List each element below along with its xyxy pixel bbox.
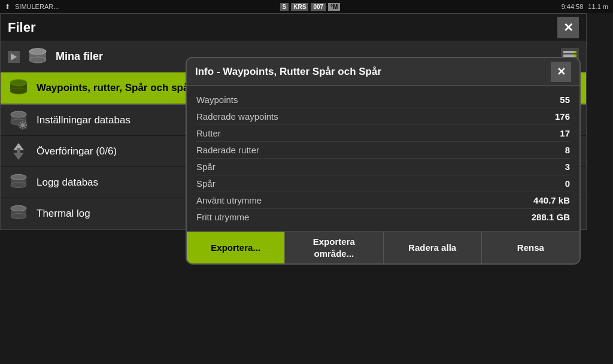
overforingar-label: Överföringar (0/6) [37,145,117,157]
svg-marker-27 [13,153,24,160]
installningar-label: Inställningar databas [37,114,131,126]
status-bar-center: S KRS 007 °M [280,3,341,11]
logg-db-icon [8,172,29,193]
num-badge: 007 [311,3,326,11]
simulerar-label: SIMULERAR... [15,3,59,10]
thermal-db-icon [8,203,29,225]
svg-rect-9 [574,54,576,57]
spar1-value: 3 [565,162,570,172]
info-dialog: Info - Waypoints, Rutter Spår och Spår ✕… [186,57,581,265]
info-row-spar1: Spår 3 [196,159,570,175]
svg-point-4 [29,48,46,54]
krs-badge: KRS [291,3,308,11]
info-row-raderade-rutter: Raderade rutter 8 [196,142,570,159]
spar1-label: Spår [196,162,216,172]
fritt-label: Fritt utrymme [196,212,249,222]
info-dialog-close-button[interactable]: ✕ [551,62,571,82]
anvant-label: Använt utrymme [196,195,262,205]
fritt-value: 288.1 GB [532,212,570,222]
window-title: Filer [8,20,35,35]
svg-rect-28 [17,148,20,153]
svg-marker-0 [11,53,17,60]
info-dialog-title: Info - Waypoints, Rutter Spår och Spår [195,66,381,78]
svg-point-13 [10,88,27,94]
svg-point-18 [11,111,26,117]
status-icon: ⬆ [5,3,10,11]
logg-label: Logg databas [37,177,98,189]
time-label: 9:44:58 [562,3,584,10]
waypoints-db-icon [8,77,29,99]
db-icon [27,46,48,68]
settings-db-icon [8,110,29,131]
info-row-raderade-waypoints: Raderade waypoints 176 [196,108,570,125]
info-row-anvant: Använt utrymme 440.7 kB [196,192,570,209]
rutter-label: Rutter [196,128,221,138]
radera-alla-button[interactable]: Radera alla [384,232,482,263]
transfer-icon [8,141,29,162]
info-row-spar2: Spår 0 [196,175,570,192]
status-bar: ⬆ SIMULERAR... S KRS 007 °M 9:44:58 11.1… [0,0,613,13]
play-button[interactable] [8,51,20,63]
raderade-waypoints-label: Raderade waypoints [196,111,278,122]
rutter-value: 17 [560,128,570,138]
svg-point-35 [11,213,26,219]
svg-point-14 [10,80,27,86]
close-button[interactable]: ✕ [557,17,579,38]
svg-point-36 [11,205,26,211]
svg-point-32 [11,174,26,180]
action-buttons: Exportera... Exporteraområde... Radera a… [187,231,579,263]
thermal-label: Thermal log [37,208,90,220]
raderade-rutter-label: Raderade rutter [196,145,259,155]
svg-point-31 [11,182,26,187]
waypoints-info-label: Waypoints [196,95,238,105]
s-badge: S [280,3,289,11]
svg-rect-8 [574,51,576,53]
spar2-label: Spår [196,178,216,189]
mina-filer-title: Mina filer [56,50,103,63]
info-row-fritt: Fritt utrymme 288.1 GB [196,209,570,225]
waypoints-info-value: 55 [560,95,570,105]
status-bar-right: 9:44:58 11.1 m [562,3,608,10]
info-table: Waypoints 55 Raderade waypoints 176 Rutt… [187,86,579,231]
exportera-button[interactable]: Exportera... [187,232,285,263]
distance-label: 11.1 m [588,3,608,10]
mode-badge: °M [328,3,340,11]
raderade-waypoints-value: 176 [555,111,570,122]
anvant-value: 440.7 kB [533,195,570,205]
mina-filer-left: Mina filer [8,46,103,68]
raderade-rutter-value: 8 [565,145,570,155]
info-row-rutter: Rutter 17 [196,125,570,142]
rensa-button[interactable]: Rensa [482,232,579,263]
info-row-waypoints: Waypoints 55 [196,92,570,108]
exportera-omrade-button[interactable]: Exporteraområde... [285,232,383,263]
status-bar-left: ⬆ SIMULERAR... [5,3,59,11]
info-dialog-title-bar: Info - Waypoints, Rutter Spår och Spår ✕ [187,58,579,86]
svg-point-3 [29,57,46,63]
title-bar: Filer ✕ [1,14,586,41]
spar2-value: 0 [565,178,570,189]
